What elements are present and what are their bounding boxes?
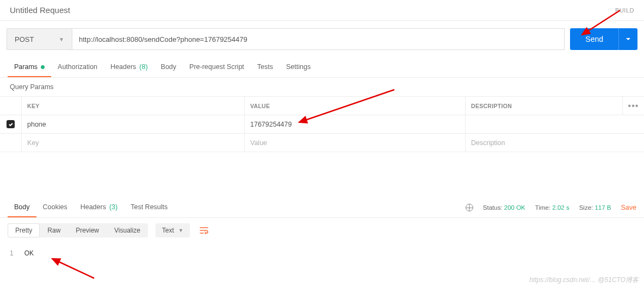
table-header-row: KEY VALUE DESCRIPTION ••• bbox=[0, 97, 644, 115]
time-meta: Time: 2.02 s bbox=[535, 204, 569, 211]
table-row-empty[interactable]: Key Value Description bbox=[0, 134, 644, 152]
checkbox-checked-icon[interactable] bbox=[7, 120, 15, 128]
header-description: DESCRIPTION bbox=[466, 97, 622, 115]
caret-down-icon: ▼ bbox=[59, 36, 64, 42]
line-number: 1 bbox=[10, 249, 14, 257]
caret-down-icon: ▼ bbox=[178, 228, 183, 233]
tab-prerequest[interactable]: Pre-request Script bbox=[183, 58, 251, 77]
dot-indicator-icon bbox=[41, 65, 45, 69]
format-select[interactable]: Text ▼ bbox=[156, 223, 190, 237]
response-tab-cookies[interactable]: Cookies bbox=[36, 198, 74, 217]
build-label[interactable]: BUILD bbox=[615, 7, 634, 14]
status-label: Status: bbox=[483, 204, 503, 211]
view-mode-group: Pretty Raw Preview Visualize bbox=[8, 223, 148, 237]
http-method-select[interactable]: POST ▼ bbox=[7, 28, 72, 50]
time-label: Time: bbox=[535, 204, 550, 211]
wrap-lines-icon[interactable] bbox=[196, 223, 212, 237]
tab-settings[interactable]: Settings bbox=[280, 58, 317, 77]
size-value: 117 B bbox=[595, 204, 611, 211]
size-label: Size: bbox=[579, 204, 593, 211]
format-value: Text bbox=[162, 227, 174, 234]
tab-params[interactable]: Params bbox=[8, 58, 51, 77]
header-check-cell bbox=[0, 97, 22, 115]
watermark: https://blog.csdn.net/… @51CTO博客 bbox=[529, 276, 639, 285]
tab-body[interactable]: Body bbox=[154, 58, 183, 77]
globe-icon[interactable] bbox=[466, 204, 473, 211]
view-visualize[interactable]: Visualize bbox=[107, 223, 148, 237]
param-key-placeholder[interactable]: Key bbox=[22, 134, 245, 152]
headers-count-badge: (8) bbox=[139, 63, 147, 71]
size-meta: Size: 117 B bbox=[579, 204, 611, 211]
tab-authorization[interactable]: Authorization bbox=[51, 58, 104, 77]
param-value-input[interactable]: 17679254479 bbox=[245, 115, 466, 133]
view-raw[interactable]: Raw bbox=[40, 223, 68, 237]
params-table: KEY VALUE DESCRIPTION ••• phone 17679254… bbox=[0, 96, 644, 152]
status-value: 200 OK bbox=[504, 204, 525, 211]
url-input[interactable] bbox=[72, 28, 565, 50]
response-tab-headers[interactable]: Headers (3) bbox=[74, 198, 125, 217]
save-response-button[interactable]: Save bbox=[621, 204, 637, 211]
param-key-input[interactable]: phone bbox=[22, 115, 245, 133]
header-key: KEY bbox=[22, 97, 245, 115]
response-tab-body[interactable]: Body bbox=[8, 198, 36, 217]
response-headers-label: Headers bbox=[81, 203, 106, 211]
header-value: VALUE bbox=[245, 97, 466, 115]
response-headers-count: (3) bbox=[109, 203, 117, 211]
view-preview[interactable]: Preview bbox=[68, 223, 107, 237]
response-tab-test-results[interactable]: Test Results bbox=[124, 198, 174, 217]
response-body[interactable]: 1 OK bbox=[0, 243, 644, 264]
time-value: 2.02 s bbox=[552, 204, 569, 211]
view-pretty[interactable]: Pretty bbox=[8, 223, 40, 237]
table-row[interactable]: phone 17679254479 bbox=[0, 115, 644, 134]
request-title: Untitled Request bbox=[10, 5, 70, 15]
response-body-text: OK bbox=[24, 249, 34, 257]
status-meta: Status: 200 OK bbox=[483, 204, 525, 211]
tab-tests[interactable]: Tests bbox=[251, 58, 280, 77]
query-params-label: Query Params bbox=[0, 78, 644, 96]
param-value-placeholder[interactable]: Value bbox=[245, 134, 466, 152]
tab-headers-label: Headers bbox=[110, 63, 136, 71]
send-dropdown-button[interactable] bbox=[618, 28, 637, 50]
param-description-input[interactable] bbox=[466, 115, 644, 133]
tab-params-label: Params bbox=[14, 63, 38, 71]
caret-down-icon bbox=[626, 36, 631, 42]
send-button[interactable]: Send bbox=[570, 28, 618, 50]
row-checkbox-cell[interactable] bbox=[0, 115, 22, 133]
row-checkbox-cell bbox=[0, 134, 22, 152]
tab-headers[interactable]: Headers (8) bbox=[104, 58, 154, 77]
bulk-edit-icon[interactable]: ••• bbox=[622, 97, 644, 115]
param-description-placeholder[interactable]: Description bbox=[466, 134, 644, 152]
http-method-value: POST bbox=[15, 35, 34, 43]
